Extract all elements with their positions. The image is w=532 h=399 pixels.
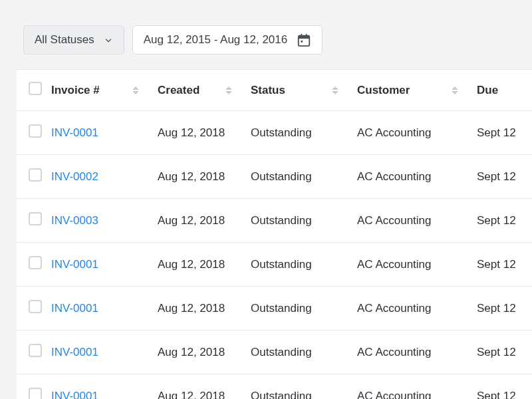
chevron-down-icon [104,35,113,45]
col-status[interactable]: Status [251,70,357,111]
invoice-link[interactable]: INV-0001 [51,390,98,400]
col-due-label: Due [477,84,498,97]
cell-status: Outstanding [251,331,357,374]
invoice-link[interactable]: INV-0001 [51,258,98,271]
invoice-link[interactable]: INV-0002 [51,170,98,183]
col-invoice[interactable]: Invoice # [51,70,158,111]
cell-status: Outstanding [251,374,357,400]
cell-customer: AC Accounting [357,111,477,155]
col-due[interactable]: Due [477,70,532,111]
cell-created: Aug 12, 2018 [158,331,251,374]
cell-due: Sept 12 [477,287,532,331]
sort-icon [452,86,458,94]
table-row: INV-0001Aug 12, 2018OutstandingAC Accoun… [17,243,532,287]
cell-status: Outstanding [251,155,357,199]
invoice-link[interactable]: INV-0003 [51,214,98,227]
cell-due: Sept 12 [477,331,532,374]
sort-icon [332,86,338,94]
sort-icon [225,86,232,94]
table-row: INV-0001Aug 12, 2018OutstandingAC Accoun… [17,331,532,374]
cell-customer: AC Accounting [357,287,477,331]
svg-rect-3 [306,34,307,37]
row-checkbox[interactable] [29,388,42,399]
col-invoice-label: Invoice # [51,84,100,97]
cell-created: Aug 12, 2018 [158,199,251,243]
cell-created: Aug 12, 2018 [158,287,251,331]
cell-customer: AC Accounting [357,331,477,374]
col-created[interactable]: Created [158,70,251,111]
cell-customer: AC Accounting [357,374,477,400]
cell-due: Sept 12 [477,374,532,400]
row-checkbox[interactable] [29,168,42,182]
cell-customer: AC Accounting [357,199,477,243]
date-range-label: Aug 12, 2015 - Aug 12, 2016 [144,33,287,47]
cell-due: Sept 12 [477,155,532,199]
table-row: INV-0001Aug 12, 2018OutstandingAC Accoun… [17,111,532,155]
table-row: INV-0001Aug 12, 2018OutstandingAC Accoun… [17,374,532,400]
cell-customer: AC Accounting [357,243,477,287]
date-range-filter[interactable]: Aug 12, 2015 - Aug 12, 2016 [132,25,323,55]
invoice-link[interactable]: INV-0001 [51,302,98,315]
invoices-table: Invoice # Created Status [17,69,532,399]
col-status-label: Status [251,84,285,97]
row-checkbox[interactable] [29,344,42,357]
status-filter[interactable]: All Statuses [23,25,124,55]
row-checkbox[interactable] [29,124,42,138]
table-row: INV-0002Aug 12, 2018OutstandingAC Accoun… [17,155,532,199]
select-all-checkbox[interactable] [29,82,42,95]
cell-status: Outstanding [251,111,357,155]
row-checkbox[interactable] [29,212,42,225]
cell-created: Aug 12, 2018 [158,155,251,199]
cell-status: Outstanding [251,287,357,331]
filters-bar: All Statuses Aug 12, 2015 - Aug 12, 2016 [17,0,532,69]
col-created-label: Created [158,84,200,97]
table-row: INV-0003Aug 12, 2018OutstandingAC Accoun… [17,199,532,243]
cell-due: Sept 12 [477,243,532,287]
cell-created: Aug 12, 2018 [158,111,251,155]
cell-created: Aug 12, 2018 [158,374,251,400]
invoice-link[interactable]: INV-0001 [51,126,98,139]
table-row: INV-0001Aug 12, 2018OutstandingAC Accoun… [17,287,532,331]
invoice-link[interactable]: INV-0001 [51,346,98,358]
row-checkbox[interactable] [29,300,42,313]
calendar-icon [297,33,311,47]
sort-icon [132,86,139,94]
cell-status: Outstanding [251,199,357,243]
cell-status: Outstanding [251,243,357,287]
col-customer-label: Customer [357,84,410,97]
cell-created: Aug 12, 2018 [158,243,251,287]
col-customer[interactable]: Customer [357,70,477,111]
cell-due: Sept 12 [477,111,532,155]
svg-rect-2 [301,34,303,37]
row-checkbox[interactable] [29,256,42,269]
cell-customer: AC Accounting [357,155,477,199]
table-header-row: Invoice # Created Status [17,70,532,111]
svg-rect-1 [299,36,310,39]
status-filter-label: All Statuses [35,33,94,47]
cell-due: Sept 12 [477,199,532,243]
svg-rect-4 [301,41,303,43]
